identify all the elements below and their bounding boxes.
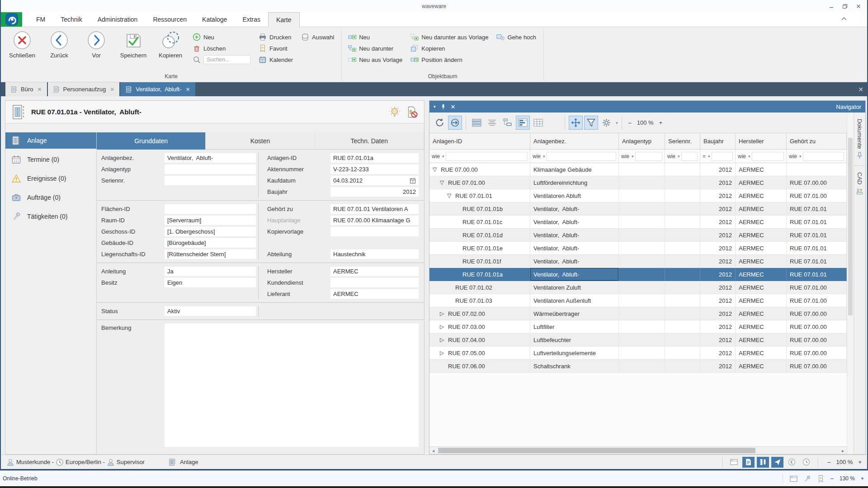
- form-tab-techndaten[interactable]: Techn. Daten: [315, 132, 424, 150]
- time-icon[interactable]: [800, 457, 812, 468]
- field-input[interactable]: AERMEC: [330, 267, 419, 276]
- filter-caret-icon[interactable]: ▾: [799, 154, 802, 159]
- field-input[interactable]: AERMEC: [330, 289, 419, 299]
- ribbon-button-auswahl[interactable]: Auswahl: [301, 32, 334, 42]
- field-input[interactable]: [Serverraum]: [165, 216, 256, 225]
- cad-toggle-icon[interactable]: [757, 457, 769, 468]
- table-row[interactable]: RUE 07.01.01eVentilator, Abluft-2012AERM…: [429, 242, 847, 255]
- navigator-toggle-icon[interactable]: [771, 457, 783, 468]
- filter-caret-icon[interactable]: ▾: [708, 154, 710, 159]
- ribbon-button-speichern[interactable]: Speichern: [115, 28, 152, 59]
- navigator-menu-caret-icon[interactable]: ▾: [434, 104, 436, 109]
- field-input[interactable]: [165, 204, 256, 214]
- ribbon-button-gehe-hoch[interactable]: Gehe hoch: [496, 32, 536, 42]
- ribbon-button-drucken[interactable]: Drucken: [259, 32, 293, 42]
- form-tab-grunddaten[interactable]: Grunddaten: [97, 132, 206, 150]
- field-input[interactable]: [165, 176, 256, 185]
- tree-expand-open-icon[interactable]: ▽: [440, 179, 448, 186]
- menu-tab-ressourcen[interactable]: Ressourcen: [145, 12, 194, 27]
- table-row[interactable]: ▷RUE 07.03.00Luftfilter2012AERMECRUE 07.…: [429, 320, 847, 333]
- column-header-anlagenbez[interactable]: Anlagenbez.: [530, 133, 619, 149]
- ribbon-search[interactable]: Suchen...: [193, 55, 250, 65]
- view-list-icon[interactable]: [470, 116, 484, 130]
- sidebar-item-tätigkeiten[interactable]: Tätigkeiten (0): [5, 208, 96, 225]
- sidebar-item-termine[interactable]: Termine (0): [5, 151, 96, 168]
- layout-icon[interactable]: [728, 457, 740, 468]
- table-row[interactable]: RUE 07.01.01fVentilator, Abluft-2012AERM…: [429, 255, 847, 268]
- close-window-button[interactable]: [852, 0, 865, 12]
- no-certificate-icon[interactable]: [406, 106, 418, 118]
- field-input[interactable]: [Rüttenscheider Stern]: [165, 249, 256, 259]
- filter-caret-icon[interactable]: ▾: [632, 154, 634, 159]
- field-input[interactable]: Haustechnik: [330, 249, 419, 259]
- filter-input[interactable]: [681, 152, 698, 161]
- tab-close-icon[interactable]: ✕: [185, 86, 190, 93]
- tree-expand-closed-icon[interactable]: ▷: [440, 337, 448, 343]
- scrollbar-thumb[interactable]: [848, 138, 853, 315]
- ribbon-button-löschen[interactable]: Löschen: [193, 43, 250, 53]
- ribbon-button-zurück[interactable]: Zurück: [41, 28, 78, 59]
- menu-tab-kataloge[interactable]: Kataloge: [194, 12, 235, 27]
- bookmark-icon[interactable]: [817, 475, 825, 483]
- field-input[interactable]: 2012: [330, 187, 419, 197]
- field-input[interactable]: Eigen: [165, 278, 256, 287]
- document-tab[interactable]: Personenaufzug✕: [48, 82, 120, 96]
- nav-zoom-out-button[interactable]: –: [628, 119, 632, 126]
- field-input[interactable]: V-223-12-233: [330, 164, 419, 174]
- scroll-right-icon[interactable]: ▸: [839, 448, 847, 453]
- filter-operator[interactable]: wie: [667, 153, 675, 160]
- view-details-icon[interactable]: [516, 116, 530, 130]
- minimize-button[interactable]: [825, 0, 838, 12]
- field-input[interactable]: Ja: [165, 267, 256, 276]
- table-row[interactable]: ▽RUE 07.01.01Ventilatoren Abluft2012AERM…: [429, 189, 847, 202]
- document-tab[interactable]: Büro✕: [5, 82, 47, 96]
- table-row[interactable]: RUE 07.01.01bVentilator, Abluft-2012AERM…: [429, 202, 847, 216]
- field-input[interactable]: [330, 227, 419, 236]
- app-logo[interactable]: [1, 12, 22, 27]
- field-input[interactable]: [330, 278, 419, 287]
- ribbon-button-neu-darunter[interactable]: Neu darunter: [348, 43, 402, 53]
- bemerkung-textarea[interactable]: [165, 324, 419, 447]
- filter-caret-icon[interactable]: ▾: [543, 154, 545, 159]
- table-row[interactable]: ▽RUE 07.00.00Klimaanlage Gebäude2012AERM…: [429, 163, 847, 176]
- lightbulb-icon[interactable]: [389, 106, 401, 118]
- field-input[interactable]: 04.03.20127: [330, 176, 419, 185]
- column-header-hersteller[interactable]: Hersteller: [736, 133, 787, 149]
- field-input[interactable]: [1. Obergeschoss]: [165, 227, 256, 236]
- filter-operator[interactable]: wie: [789, 153, 797, 160]
- view-compact-icon[interactable]: [485, 116, 499, 130]
- tree-expand-closed-icon[interactable]: ▷: [440, 324, 448, 330]
- vertical-scrollbar[interactable]: [847, 113, 854, 454]
- zoom-out-button[interactable]: –: [827, 459, 830, 465]
- filter-input[interactable]: [446, 152, 528, 161]
- zoom-in-button[interactable]: +: [858, 459, 862, 465]
- sidebar-item-aufträge[interactable]: Aufträge (0): [5, 189, 96, 206]
- pin-icon[interactable]: [441, 104, 446, 110]
- view-tree-icon[interactable]: [500, 116, 514, 130]
- menu-tab-administration[interactable]: Administration: [90, 12, 146, 27]
- field-input[interactable]: Aktiv: [165, 306, 256, 316]
- refresh-icon[interactable]: [433, 116, 447, 130]
- menu-tab-karte[interactable]: Karte: [268, 12, 299, 27]
- tree-expand-open-icon[interactable]: ▽: [433, 166, 441, 173]
- filter-operator[interactable]: wie: [621, 153, 629, 160]
- column-header-anlagentyp[interactable]: Anlagentyp: [619, 133, 665, 149]
- pan-icon[interactable]: [569, 116, 583, 130]
- column-header-gehrtzu[interactable]: Gehört zu: [787, 133, 847, 149]
- table-row[interactable]: RUE 07.06.00Schaltschrank2012AERMECRUE 0…: [429, 360, 847, 373]
- view-grid-icon[interactable]: [531, 116, 545, 130]
- search-input[interactable]: Suchen...: [203, 55, 250, 64]
- app-zoom-out-button[interactable]: –: [830, 475, 834, 482]
- table-row[interactable]: RUE 07.01.03Ventilatoren Außenluft2012AE…: [429, 294, 847, 307]
- ribbon-button-neu-aus-vorlage[interactable]: Neu aus Vorlage: [348, 55, 402, 65]
- table-row[interactable]: RUE 07.01.02Ventilatoren Zuluft2012AERME…: [429, 281, 847, 294]
- filter-input[interactable]: [712, 152, 733, 161]
- tab-close-icon[interactable]: ✕: [110, 86, 114, 93]
- filter-operator[interactable]: wie: [432, 153, 440, 160]
- ribbon-button-vor[interactable]: Vor: [78, 28, 115, 59]
- tree-expand-closed-icon[interactable]: ▷: [440, 310, 448, 317]
- close-all-tabs-icon[interactable]: ✕: [858, 82, 863, 96]
- tree-expand-closed-icon[interactable]: ▷: [440, 350, 448, 356]
- ribbon-button-kalender[interactable]: Kalender: [259, 55, 293, 65]
- ribbon-button-favorit[interactable]: Favorit: [259, 43, 293, 53]
